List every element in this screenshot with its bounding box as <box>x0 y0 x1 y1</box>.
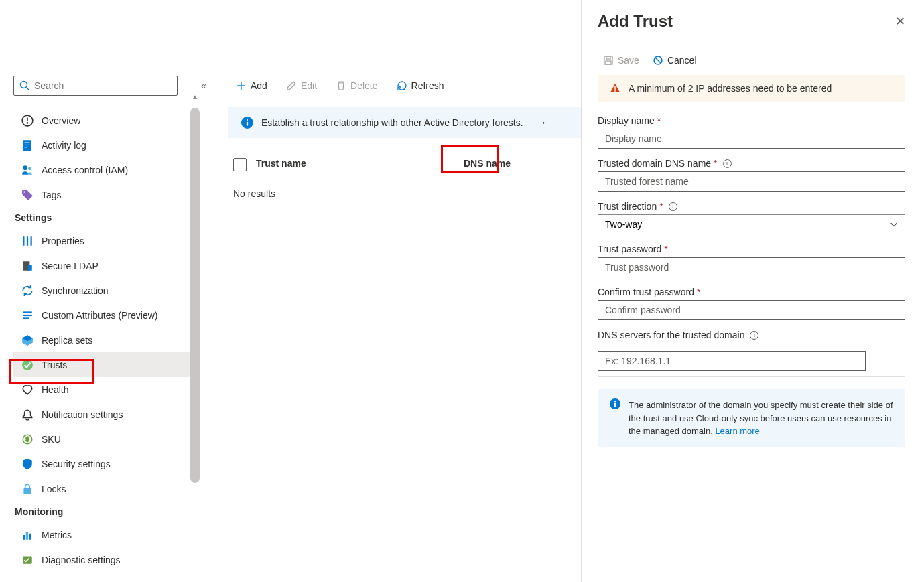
nav-sku[interactable]: $ SKU <box>13 427 192 451</box>
field-dns-servers: DNS servers for the trusted domain i <box>598 330 905 377</box>
svg-rect-41 <box>614 403 616 407</box>
arrow-icon[interactable]: → <box>537 117 547 129</box>
trusts-icon <box>21 359 34 371</box>
confirm-password-input[interactable] <box>598 300 905 320</box>
edit-button[interactable]: Edit <box>278 76 325 95</box>
svg-point-20 <box>22 360 33 370</box>
nav-tags[interactable]: Tags <box>13 182 192 207</box>
health-icon <box>21 384 34 396</box>
nav-custom-attributes[interactable]: Custom Attributes (Preview) <box>13 303 192 328</box>
scroll-up-caret: ▲ <box>192 93 198 100</box>
info-icon[interactable]: i <box>669 202 677 211</box>
shield-icon <box>21 458 34 470</box>
display-name-input[interactable] <box>598 129 905 149</box>
nav-notifications[interactable]: Notification settings <box>13 402 192 427</box>
refresh-icon <box>397 80 407 91</box>
dns-server-input[interactable] <box>598 351 866 371</box>
sku-icon: $ <box>21 433 34 445</box>
search-input[interactable] <box>34 80 172 91</box>
save-button[interactable]: Save <box>603 55 639 66</box>
replica-icon <box>21 334 34 346</box>
info-icon[interactable]: i <box>723 159 732 168</box>
iam-icon <box>21 164 34 176</box>
nav-label: Custom Attributes (Preview) <box>42 310 158 321</box>
nav-label: Locks <box>42 484 66 494</box>
add-button[interactable]: Add <box>228 76 275 95</box>
svg-rect-14 <box>31 236 32 246</box>
delete-button[interactable]: Delete <box>328 76 385 95</box>
nav-trusts[interactable]: Trusts <box>13 352 192 377</box>
required-star: * <box>657 115 661 126</box>
cancel-label: Cancel <box>667 55 697 66</box>
scrollbar-thumb[interactable] <box>190 108 200 483</box>
field-trust-password: Trust password * <box>598 244 905 277</box>
search-icon <box>19 80 30 91</box>
nav-activity-log[interactable]: Activity log <box>13 133 192 157</box>
diagnostic-icon <box>21 554 34 566</box>
svg-rect-19 <box>23 317 29 319</box>
tag-icon <box>21 189 34 201</box>
nav-label: Metrics <box>42 530 72 540</box>
info-box: The administrator of the domain you spec… <box>598 389 905 447</box>
nav-secure-ldap[interactable]: Secure LDAP <box>13 253 192 278</box>
nav-synchronization[interactable]: Synchronization <box>13 278 192 303</box>
nav-replica-sets[interactable]: Replica sets <box>13 328 192 352</box>
nav-health[interactable]: Health <box>13 377 192 402</box>
svg-rect-18 <box>23 314 32 315</box>
metrics-icon <box>21 529 34 541</box>
warning-banner: A minimum of 2 IP addresses need to be e… <box>598 75 905 102</box>
nav-locks[interactable]: Locks <box>13 476 192 501</box>
dns-name-input[interactable] <box>598 171 905 192</box>
field-display-name: Display name * <box>598 115 905 149</box>
nav-overview[interactable]: Overview <box>13 108 192 133</box>
col-trust-name[interactable]: Trust name <box>256 158 464 171</box>
svg-rect-26 <box>29 533 31 539</box>
col-dns-name[interactable]: DNS name <box>464 158 511 171</box>
svg-point-11 <box>23 191 25 192</box>
cancel-button[interactable]: Cancel <box>653 55 697 66</box>
nav-label: Health <box>42 384 68 395</box>
panel-header: Add Trust ✕ <box>598 12 905 31</box>
warning-text: A minimum of 2 IP addresses need to be e… <box>629 83 832 94</box>
field-trust-direction: Trust direction * i Two-way <box>598 201 905 234</box>
refresh-button[interactable]: Refresh <box>389 76 452 95</box>
required-star: * <box>664 244 667 254</box>
close-button[interactable]: ✕ <box>895 14 905 29</box>
nav-access-control[interactable]: Access control (IAM) <box>13 157 192 182</box>
nav-label: Diagnostic settings <box>42 555 121 565</box>
svg-rect-23 <box>23 488 31 494</box>
ldap-icon <box>21 260 34 272</box>
svg-point-42 <box>614 401 616 403</box>
collapse-sidebar-icon[interactable]: « <box>201 80 206 91</box>
svg-rect-6 <box>25 142 30 143</box>
panel-title: Add Trust <box>598 12 673 31</box>
banner-text: Establish a trust relationship with othe… <box>261 117 523 128</box>
label: Trust password <box>598 244 661 254</box>
delete-label: Delete <box>350 80 377 91</box>
svg-rect-7 <box>25 144 30 145</box>
sync-icon <box>21 285 34 297</box>
label: Trust direction <box>598 201 657 212</box>
nav-security[interactable]: Security settings <box>13 451 192 476</box>
svg-rect-34 <box>606 56 610 59</box>
svg-line-37 <box>655 58 661 63</box>
trust-password-input[interactable] <box>598 257 905 277</box>
nav-diagnostic[interactable]: Diagnostic settings <box>13 547 192 572</box>
select-all-checkbox[interactable] <box>233 158 247 171</box>
search-input-wrapper[interactable] <box>13 76 178 96</box>
nav-metrics[interactable]: Metrics <box>13 522 192 547</box>
attributes-icon <box>21 309 34 321</box>
trash-icon <box>336 80 346 91</box>
info-icon[interactable]: i <box>750 331 758 340</box>
trust-direction-select[interactable]: Two-way <box>598 214 905 234</box>
svg-rect-13 <box>27 236 28 246</box>
svg-rect-17 <box>23 311 32 313</box>
required-star: * <box>714 158 717 169</box>
lock-icon <box>21 483 34 495</box>
svg-point-4 <box>27 122 27 123</box>
svg-line-1 <box>27 88 30 91</box>
learn-more-link[interactable]: Learn more <box>715 426 759 436</box>
nav-properties[interactable]: Properties <box>13 228 192 253</box>
add-trust-panel: Add Trust ✕ Save Cancel A minimum of 2 I… <box>581 0 924 582</box>
label: Trusted domain DNS name <box>598 158 711 169</box>
